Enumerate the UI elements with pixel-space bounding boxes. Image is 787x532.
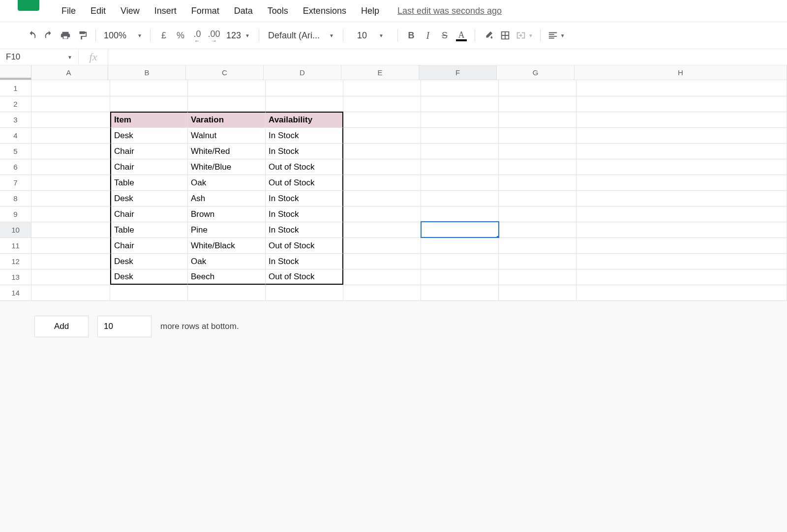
cell-G14[interactable]: [499, 285, 576, 300]
cell-H4[interactable]: [576, 127, 787, 143]
cell-H14[interactable]: [576, 285, 787, 300]
italic-button[interactable]: I: [420, 27, 436, 44]
col-header-D[interactable]: D: [264, 65, 341, 80]
cell-E14[interactable]: [343, 285, 421, 300]
cell-G2[interactable]: [499, 96, 576, 112]
cell-D11[interactable]: Out of Stock: [266, 237, 343, 253]
cell-F8[interactable]: [421, 190, 499, 206]
cell-F3[interactable]: [421, 112, 499, 127]
cell-A8[interactable]: [31, 190, 110, 206]
cell-H9[interactable]: [576, 206, 787, 222]
cell-F14[interactable]: [421, 285, 499, 300]
cell-H3[interactable]: [576, 112, 787, 127]
cell-D12[interactable]: In Stock: [266, 253, 343, 269]
cell-G10[interactable]: [499, 222, 576, 237]
cell-H10[interactable]: [576, 222, 787, 237]
col-header-B[interactable]: B: [108, 65, 186, 80]
cell-B2[interactable]: [110, 96, 188, 112]
cell-E11[interactable]: [343, 237, 421, 253]
row-header-9[interactable]: 9: [0, 206, 31, 222]
cell-C3[interactable]: Varation: [188, 112, 266, 127]
cell-C8[interactable]: Ash: [188, 190, 266, 206]
cell-E12[interactable]: [343, 253, 421, 269]
cell-G9[interactable]: [499, 206, 576, 222]
cell-B3[interactable]: Item: [110, 112, 188, 127]
cell-F10[interactable]: [421, 222, 499, 237]
col-header-C[interactable]: C: [186, 65, 264, 80]
cell-A7[interactable]: [31, 175, 110, 190]
cell-G11[interactable]: [499, 237, 576, 253]
cell-D4[interactable]: In Stock: [266, 127, 343, 143]
row-header-12[interactable]: 12: [0, 253, 31, 269]
undo-button[interactable]: [24, 27, 40, 44]
cell-H1[interactable]: [576, 80, 787, 96]
col-header-A[interactable]: A: [30, 65, 108, 80]
cell-H7[interactable]: [576, 175, 787, 190]
cell-H12[interactable]: [576, 253, 787, 269]
cell-D13[interactable]: Out of Stock: [266, 269, 343, 285]
borders-button[interactable]: [497, 27, 514, 44]
cell-C6[interactable]: White/Blue: [188, 159, 266, 175]
menu-help[interactable]: Help: [354, 4, 387, 18]
row-header-10[interactable]: 10: [0, 222, 31, 237]
cell-D14[interactable]: [266, 285, 343, 300]
row-header-13[interactable]: 13: [0, 269, 31, 285]
print-button[interactable]: [57, 27, 74, 44]
cell-B10[interactable]: Table: [110, 222, 188, 237]
menu-insert[interactable]: Insert: [147, 4, 184, 18]
cell-C14[interactable]: [188, 285, 266, 300]
cell-F12[interactable]: [421, 253, 499, 269]
menu-file[interactable]: File: [54, 4, 83, 18]
decrease-decimal-button[interactable]: .0 ←: [189, 27, 206, 44]
number-format-dropdown[interactable]: 123 ▼: [222, 27, 254, 44]
cell-A10[interactable]: [31, 222, 110, 237]
font-size-dropdown[interactable]: 10 ▼: [348, 27, 393, 44]
cell-F13[interactable]: [421, 269, 499, 285]
cell-A14[interactable]: [31, 285, 110, 300]
col-header-H[interactable]: H: [575, 65, 787, 80]
redo-button[interactable]: [40, 27, 57, 44]
paint-format-button[interactable]: [74, 27, 91, 44]
cell-C11[interactable]: White/Black: [188, 237, 266, 253]
formula-bar-input[interactable]: [108, 49, 787, 65]
cell-B4[interactable]: Desk: [110, 127, 188, 143]
menu-view[interactable]: View: [113, 4, 147, 18]
menu-data[interactable]: Data: [227, 4, 260, 18]
cell-C2[interactable]: [188, 96, 266, 112]
row-header-2[interactable]: 2: [0, 96, 31, 112]
cell-D8[interactable]: In Stock: [266, 190, 343, 206]
cell-C13[interactable]: Beech: [188, 269, 266, 285]
fill-color-button[interactable]: [480, 27, 497, 44]
cell-C10[interactable]: Pine: [188, 222, 266, 237]
cell-E7[interactable]: [343, 175, 421, 190]
cell-E6[interactable]: [343, 159, 421, 175]
cell-F7[interactable]: [421, 175, 499, 190]
cell-C7[interactable]: Oak: [188, 175, 266, 190]
cell-A9[interactable]: [31, 206, 110, 222]
menu-format[interactable]: Format: [184, 4, 227, 18]
row-header-8[interactable]: 8: [0, 190, 31, 206]
cell-A2[interactable]: [31, 96, 110, 112]
cell-E9[interactable]: [343, 206, 421, 222]
cell-B11[interactable]: Chair: [110, 237, 188, 253]
cell-D3[interactable]: Availability: [266, 112, 343, 127]
percent-button[interactable]: %: [172, 27, 189, 44]
row-header-5[interactable]: 5: [0, 143, 31, 159]
menu-tools[interactable]: Tools: [260, 4, 296, 18]
cell-G3[interactable]: [499, 112, 576, 127]
cell-D10[interactable]: In Stock: [266, 222, 343, 237]
cell-E8[interactable]: [343, 190, 421, 206]
cell-G4[interactable]: [499, 127, 576, 143]
select-all-corner[interactable]: [0, 65, 31, 80]
cell-F2[interactable]: [421, 96, 499, 112]
cell-C4[interactable]: Walnut: [188, 127, 266, 143]
cell-D9[interactable]: In Stock: [266, 206, 343, 222]
menu-extensions[interactable]: Extensions: [296, 4, 354, 18]
cell-A11[interactable]: [31, 237, 110, 253]
row-header-3[interactable]: 3: [0, 112, 31, 127]
horizontal-align-button[interactable]: ▼: [545, 27, 567, 44]
cell-E5[interactable]: [343, 143, 421, 159]
cell-H11[interactable]: [576, 237, 787, 253]
cell-B13[interactable]: Desk: [110, 269, 188, 285]
cell-F9[interactable]: [421, 206, 499, 222]
